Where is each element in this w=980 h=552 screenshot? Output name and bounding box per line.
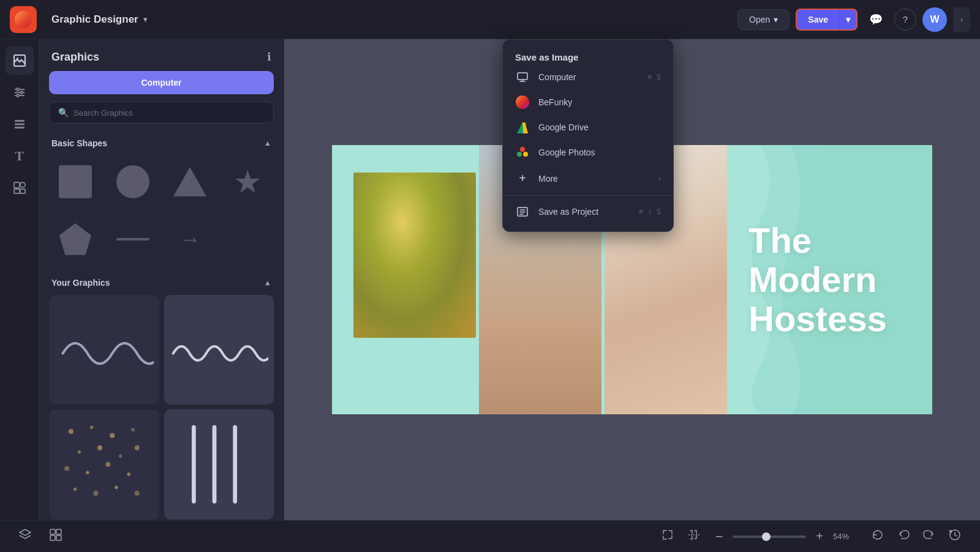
save-befunky-item[interactable]: BeFunky [503,89,673,115]
your-graphics-header[interactable]: Your Graphics ▲ [39,273,284,293]
expand-button[interactable]: › [953,7,970,32]
shape-line[interactable] [107,213,159,266]
app-name-button[interactable]: Graphic Designer ▾ [45,10,153,29]
open-chevron: ▾ [774,15,778,24]
canvas-title-line1: The [748,221,920,260]
refresh-button[interactable] [867,524,888,548]
graphic-svg-2 [169,300,268,399]
bottom-bar: − + 54% [0,520,980,552]
svg-rect-44 [56,535,61,540]
zoom-in-button[interactable]: + [812,526,827,547]
history-button[interactable] [944,524,965,548]
save-computer-label: Computer [538,72,639,82]
message-icon: 💬 [869,13,883,26]
redo-button[interactable] [919,524,940,548]
svg-rect-11 [14,182,20,188]
canvas-area[interactable]: The Modern Hostess Save as Image Compute… [284,39,980,520]
sidebar-item-shapes[interactable] [6,174,34,202]
graphic-item-1[interactable] [49,295,159,405]
canvas-food-image [353,173,476,338]
graphic-item-2[interactable] [164,295,274,405]
bottom-right-buttons [867,524,965,548]
zoom-slider[interactable] [733,535,806,538]
help-button[interactable]: ? [894,9,916,31]
svg-point-38 [520,147,525,152]
sliders-icon [12,85,27,100]
shape-star[interactable]: ★ [221,155,274,208]
search-input[interactable] [74,108,265,117]
zoom-controls: − + 54% [657,524,858,548]
svg-point-19 [78,450,81,453]
svg-rect-41 [50,529,55,534]
svg-rect-8 [15,120,24,122]
search-bar: 🔍 [49,102,274,124]
grid-button[interactable] [45,524,66,548]
icon-sidebar: T [0,39,39,520]
topbar: Graphic Designer ▾ Open ▾ Save ▾ 💬 ? W › [0,0,980,39]
canvas-title: The Modern Hostess [748,221,920,338]
save-google-photos-label: Google Photos [538,147,661,157]
save-project-item[interactable]: Save as Project ⌘ ⇧ S [503,200,673,224]
open-button[interactable]: Open ▾ [737,9,790,30]
layers-button[interactable] [15,524,36,548]
shape-triangle[interactable] [164,155,217,208]
computer-button[interactable]: Computer [49,71,274,94]
panel-header: Graphics ℹ [39,39,284,71]
shape-square[interactable] [49,155,102,208]
svg-point-16 [90,425,93,428]
svg-point-37 [517,152,522,157]
sidebar-item-graphics[interactable] [6,47,34,75]
shape-circle[interactable] [107,155,159,208]
save-button[interactable]: Save [796,9,840,31]
your-graphics-title: Your Graphics [51,278,110,288]
shape-pentagon[interactable] [49,213,102,266]
svg-point-29 [115,486,118,489]
fit-width-button[interactable] [684,524,705,548]
basic-shapes-toggle: ▲ [264,139,271,147]
basic-shapes-header[interactable]: Basic Shapes ▲ [39,133,284,153]
svg-point-24 [86,471,89,474]
zoom-slider-thumb[interactable] [762,532,771,541]
shape-arrow[interactable]: → [164,213,217,266]
app-name-chevron: ▾ [143,15,147,24]
shapes-icon [12,181,27,195]
befunky-icon [515,95,530,109]
save-befunky-label: BeFunky [538,97,661,107]
sidebar-item-adjustments[interactable] [6,78,34,106]
graphic-svg-1 [55,300,154,399]
fit-screen-button[interactable] [657,524,678,548]
undo-button[interactable] [893,524,914,548]
google-photos-icon [515,146,530,159]
svg-point-20 [97,446,102,450]
save-computer-kbd: ⌘ S [647,73,661,81]
svg-point-25 [105,462,110,467]
zoom-out-button[interactable]: − [711,525,726,548]
google-drive-icon [515,121,530,133]
save-more-item[interactable]: + More › [503,165,673,192]
graphic-item-3[interactable] [49,409,159,520]
save-google-photos-item[interactable]: Google Photos [503,140,673,165]
info-icon[interactable]: ℹ [267,50,271,64]
save-more-label: More [538,174,650,184]
sidebar-item-layers[interactable] [6,110,34,138]
sidebar-item-text[interactable]: T [6,142,34,170]
text-icon: T [15,148,24,164]
graphics-panel: Graphics ℹ Computer 🔍 Basic Shapes ▲ ★ →… [39,39,284,520]
save-label: Save [808,15,828,24]
layers-icon [12,117,27,132]
save-dropdown-button[interactable]: ▾ [840,9,858,31]
svg-point-18 [131,428,134,431]
save-google-drive-item[interactable]: Google Drive [503,115,673,140]
svg-point-5 [17,88,19,91]
svg-point-28 [93,491,98,496]
graphic-item-4[interactable] [164,409,274,520]
messages-button[interactable]: 💬 [864,7,888,32]
user-avatar[interactable]: W [922,7,947,32]
svg-rect-43 [50,535,55,540]
more-chevron-icon: › [658,174,661,183]
basic-shapes-title: Basic Shapes [51,138,107,148]
zoom-slider-container [733,535,806,538]
app-logo[interactable] [10,6,37,33]
save-computer-item[interactable]: Computer ⌘ S [503,65,673,89]
app-name-label: Graphic Designer [51,13,138,26]
